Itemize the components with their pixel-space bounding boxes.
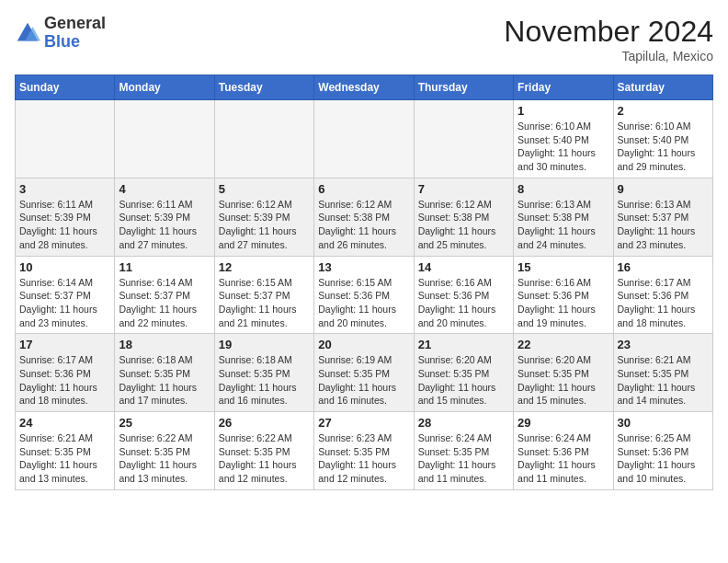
day-number: 17	[19, 338, 110, 351]
week-row-5: 24Sunrise: 6:21 AM Sunset: 5:35 PM Dayli…	[16, 412, 713, 490]
day-info: Sunrise: 6:25 AM Sunset: 5:36 PM Dayligh…	[618, 431, 709, 486]
day-info: Sunrise: 6:20 AM Sunset: 5:35 PM Dayligh…	[418, 353, 509, 408]
calendar-cell: 30Sunrise: 6:25 AM Sunset: 5:36 PM Dayli…	[613, 412, 712, 490]
calendar-cell: 25Sunrise: 6:22 AM Sunset: 5:35 PM Dayli…	[115, 412, 214, 490]
calendar-cell: 19Sunrise: 6:18 AM Sunset: 5:35 PM Dayli…	[214, 334, 313, 412]
calendar-cell: 14Sunrise: 6:16 AM Sunset: 5:36 PM Dayli…	[414, 256, 513, 334]
weekday-header-tuesday: Tuesday	[214, 75, 313, 100]
day-number: 25	[119, 416, 210, 430]
calendar-cell: 3Sunrise: 6:11 AM Sunset: 5:39 PM Daylig…	[16, 178, 115, 256]
day-number: 18	[119, 338, 210, 351]
day-number: 11	[119, 260, 210, 274]
week-row-2: 3Sunrise: 6:11 AM Sunset: 5:39 PM Daylig…	[16, 178, 713, 256]
day-number: 15	[518, 260, 609, 274]
day-info: Sunrise: 6:22 AM Sunset: 5:35 PM Dayligh…	[219, 431, 310, 486]
day-number: 29	[518, 416, 609, 430]
day-number: 10	[19, 260, 110, 274]
calendar-cell: 6Sunrise: 6:12 AM Sunset: 5:38 PM Daylig…	[314, 178, 414, 256]
day-number: 26	[219, 416, 310, 430]
day-number: 23	[618, 338, 709, 351]
location: Tapilula, Mexico	[504, 49, 713, 63]
day-number: 21	[418, 338, 509, 351]
calendar: SundayMondayTuesdayWednesdayThursdayFrid…	[15, 75, 713, 490]
day-number: 30	[618, 416, 709, 430]
day-number: 12	[219, 260, 310, 274]
weekday-header-saturday: Saturday	[613, 75, 712, 100]
day-info: Sunrise: 6:12 AM Sunset: 5:38 PM Dayligh…	[418, 198, 509, 252]
weekday-header-wednesday: Wednesday	[314, 75, 414, 100]
calendar-cell: 24Sunrise: 6:21 AM Sunset: 5:35 PM Dayli…	[16, 412, 115, 490]
weekday-header-thursday: Thursday	[414, 75, 513, 100]
day-info: Sunrise: 6:18 AM Sunset: 5:35 PM Dayligh…	[119, 353, 210, 408]
calendar-cell: 18Sunrise: 6:18 AM Sunset: 5:35 PM Dayli…	[115, 334, 214, 412]
calendar-cell	[214, 100, 313, 178]
calendar-cell: 8Sunrise: 6:13 AM Sunset: 5:38 PM Daylig…	[514, 178, 613, 256]
day-info: Sunrise: 6:14 AM Sunset: 5:37 PM Dayligh…	[19, 276, 110, 330]
day-number: 9	[618, 182, 709, 196]
day-info: Sunrise: 6:14 AM Sunset: 5:37 PM Dayligh…	[119, 276, 210, 330]
week-row-4: 17Sunrise: 6:17 AM Sunset: 5:36 PM Dayli…	[16, 334, 713, 412]
logo-icon	[15, 20, 40, 46]
day-info: Sunrise: 6:21 AM Sunset: 5:35 PM Dayligh…	[618, 353, 709, 408]
weekday-header-monday: Monday	[115, 75, 214, 100]
day-info: Sunrise: 6:11 AM Sunset: 5:39 PM Dayligh…	[119, 198, 210, 252]
day-info: Sunrise: 6:23 AM Sunset: 5:35 PM Dayligh…	[318, 431, 409, 486]
day-info: Sunrise: 6:15 AM Sunset: 5:37 PM Dayligh…	[219, 276, 310, 330]
day-info: Sunrise: 6:13 AM Sunset: 5:37 PM Dayligh…	[618, 198, 709, 252]
weekday-header-sunday: Sunday	[16, 75, 115, 100]
day-info: Sunrise: 6:20 AM Sunset: 5:35 PM Dayligh…	[518, 353, 609, 408]
calendar-cell: 10Sunrise: 6:14 AM Sunset: 5:37 PM Dayli…	[16, 256, 115, 334]
logo-general: General	[44, 15, 106, 33]
calendar-cell: 5Sunrise: 6:12 AM Sunset: 5:39 PM Daylig…	[214, 178, 313, 256]
day-info: Sunrise: 6:24 AM Sunset: 5:36 PM Dayligh…	[518, 431, 609, 486]
day-info: Sunrise: 6:17 AM Sunset: 5:36 PM Dayligh…	[19, 353, 110, 408]
calendar-cell: 15Sunrise: 6:16 AM Sunset: 5:36 PM Dayli…	[514, 256, 613, 334]
day-info: Sunrise: 6:16 AM Sunset: 5:36 PM Dayligh…	[518, 276, 609, 330]
day-number: 28	[418, 416, 509, 430]
logo-blue: Blue	[44, 33, 106, 52]
calendar-cell: 27Sunrise: 6:23 AM Sunset: 5:35 PM Dayli…	[314, 412, 414, 490]
day-info: Sunrise: 6:10 AM Sunset: 5:40 PM Dayligh…	[518, 120, 609, 174]
day-info: Sunrise: 6:12 AM Sunset: 5:38 PM Dayligh…	[318, 198, 409, 252]
calendar-cell: 7Sunrise: 6:12 AM Sunset: 5:38 PM Daylig…	[414, 178, 513, 256]
day-info: Sunrise: 6:21 AM Sunset: 5:35 PM Dayligh…	[19, 431, 110, 486]
calendar-cell: 13Sunrise: 6:15 AM Sunset: 5:36 PM Dayli…	[314, 256, 414, 334]
day-number: 3	[19, 182, 110, 196]
day-info: Sunrise: 6:19 AM Sunset: 5:35 PM Dayligh…	[318, 353, 409, 408]
day-number: 7	[418, 182, 509, 196]
day-number: 19	[219, 338, 310, 351]
calendar-cell: 16Sunrise: 6:17 AM Sunset: 5:36 PM Dayli…	[613, 256, 712, 334]
calendar-cell: 20Sunrise: 6:19 AM Sunset: 5:35 PM Dayli…	[314, 334, 414, 412]
day-number: 4	[119, 182, 210, 196]
calendar-cell	[314, 100, 414, 178]
month-title: November 2024	[504, 15, 713, 49]
calendar-cell: 28Sunrise: 6:24 AM Sunset: 5:35 PM Dayli…	[414, 412, 513, 490]
calendar-cell: 29Sunrise: 6:24 AM Sunset: 5:36 PM Dayli…	[514, 412, 613, 490]
day-number: 13	[318, 260, 409, 274]
day-info: Sunrise: 6:17 AM Sunset: 5:36 PM Dayligh…	[618, 276, 709, 330]
day-info: Sunrise: 6:18 AM Sunset: 5:35 PM Dayligh…	[219, 353, 310, 408]
calendar-cell: 4Sunrise: 6:11 AM Sunset: 5:39 PM Daylig…	[115, 178, 214, 256]
weekday-header-row: SundayMondayTuesdayWednesdayThursdayFrid…	[16, 75, 713, 100]
calendar-cell: 17Sunrise: 6:17 AM Sunset: 5:36 PM Dayli…	[16, 334, 115, 412]
day-number: 27	[318, 416, 409, 430]
weekday-header-friday: Friday	[514, 75, 613, 100]
calendar-cell: 11Sunrise: 6:14 AM Sunset: 5:37 PM Dayli…	[115, 256, 214, 334]
day-info: Sunrise: 6:15 AM Sunset: 5:36 PM Dayligh…	[318, 276, 409, 330]
calendar-cell: 1Sunrise: 6:10 AM Sunset: 5:40 PM Daylig…	[514, 100, 613, 178]
day-number: 14	[418, 260, 509, 274]
day-number: 5	[219, 182, 310, 196]
day-number: 24	[19, 416, 110, 430]
calendar-cell: 9Sunrise: 6:13 AM Sunset: 5:37 PM Daylig…	[613, 178, 712, 256]
calendar-cell	[16, 100, 115, 178]
day-number: 16	[618, 260, 709, 274]
calendar-cell: 23Sunrise: 6:21 AM Sunset: 5:35 PM Dayli…	[613, 334, 712, 412]
calendar-cell: 22Sunrise: 6:20 AM Sunset: 5:35 PM Dayli…	[514, 334, 613, 412]
day-info: Sunrise: 6:22 AM Sunset: 5:35 PM Dayligh…	[119, 431, 210, 486]
week-row-1: 1Sunrise: 6:10 AM Sunset: 5:40 PM Daylig…	[16, 100, 713, 178]
day-number: 8	[518, 182, 609, 196]
calendar-cell: 2Sunrise: 6:10 AM Sunset: 5:40 PM Daylig…	[613, 100, 712, 178]
day-info: Sunrise: 6:24 AM Sunset: 5:35 PM Dayligh…	[418, 431, 509, 486]
day-number: 1	[518, 104, 609, 118]
day-info: Sunrise: 6:12 AM Sunset: 5:39 PM Dayligh…	[219, 198, 310, 252]
